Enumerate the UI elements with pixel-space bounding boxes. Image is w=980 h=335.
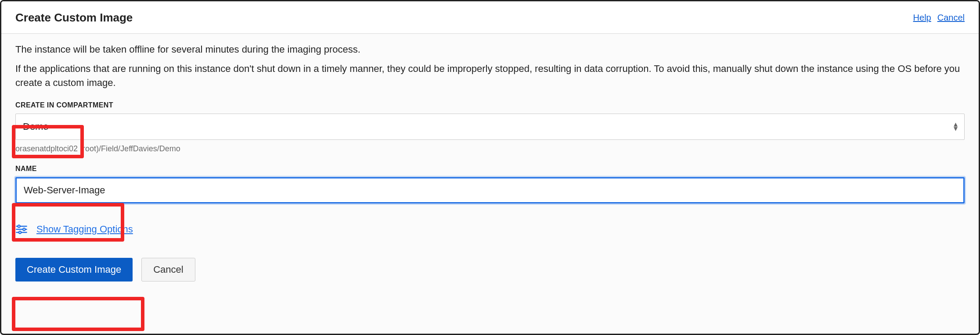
name-label: NAME	[15, 165, 965, 173]
header-links: Help Cancel	[913, 13, 965, 23]
highlight-box	[12, 297, 144, 331]
compartment-select-wrap: ▴▾	[15, 114, 965, 140]
dialog-actions: Create Custom Image Cancel	[15, 258, 965, 282]
name-input[interactable]	[15, 177, 965, 203]
compartment-breadcrumb: orasenatdpltoci02 (root)/Field/JeffDavie…	[15, 144, 965, 153]
svg-point-3	[18, 225, 20, 227]
dialog-title: Create Custom Image	[15, 11, 133, 25]
dialog-body: The instance will be taken offline for s…	[1, 34, 979, 294]
dialog-header: Create Custom Image Help Cancel	[1, 1, 979, 34]
svg-point-4	[23, 228, 25, 230]
create-custom-image-dialog: Create Custom Image Help Cancel The inst…	[0, 0, 980, 335]
compartment-select[interactable]	[15, 114, 965, 140]
description-line-1: The instance will be taken offline for s…	[15, 43, 965, 57]
svg-point-5	[19, 231, 21, 233]
compartment-label: CREATE IN COMPARTMENT	[15, 101, 965, 109]
description-line-2: If the applications that are running on …	[15, 62, 965, 90]
filter-settings-icon	[15, 224, 28, 235]
create-custom-image-button[interactable]: Create Custom Image	[15, 258, 133, 282]
cancel-button[interactable]: Cancel	[141, 258, 195, 282]
show-tagging-options-link[interactable]: Show Tagging Options	[36, 224, 133, 235]
tagging-row: Show Tagging Options	[15, 224, 965, 235]
cancel-link-top[interactable]: Cancel	[937, 13, 965, 23]
help-link[interactable]: Help	[913, 13, 931, 23]
